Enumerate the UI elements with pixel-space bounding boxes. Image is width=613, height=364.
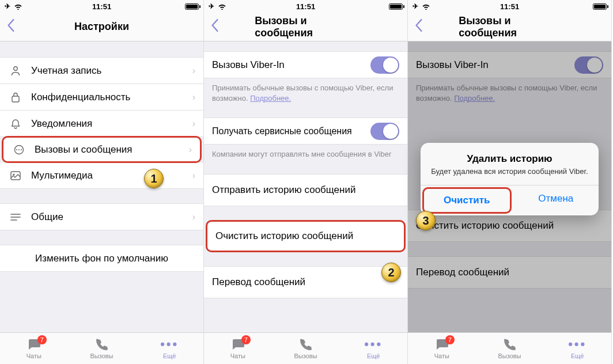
header: Вызовы и сообщения bbox=[204, 13, 407, 41]
row-label: Изменить фон по умолчанию bbox=[35, 253, 168, 264]
row-translate[interactable]: Перевод сообщений bbox=[204, 266, 407, 298]
tab-label: Чаты bbox=[230, 352, 245, 359]
tab-more[interactable]: ••• Ещё bbox=[135, 333, 203, 364]
status-time: 11:51 bbox=[500, 2, 519, 11]
more-icon: ••• bbox=[160, 338, 179, 351]
airplane-icon: ✈︎ bbox=[413, 2, 418, 10]
footnote-viber-in: Принимать обычные вызовы с помощью Viber… bbox=[204, 78, 407, 103]
dialog-title: Удалить историю bbox=[430, 153, 589, 165]
row-label: Уведомления bbox=[31, 118, 192, 130]
more-icon: ••• bbox=[364, 338, 383, 351]
tabbar: 7 Чаты Вызовы ••• Ещё bbox=[408, 332, 611, 364]
step-badge-1: 1 bbox=[144, 169, 164, 188]
row-account[interactable]: Учетная запись › bbox=[0, 57, 203, 84]
row-label: Конфиденциальность bbox=[31, 92, 192, 103]
battery-icon bbox=[389, 3, 403, 10]
row-label: Получать сервисные сообщения bbox=[212, 126, 370, 136]
footnote-service: Компании могут отправлять мне сообщения … bbox=[204, 145, 407, 160]
row-send-history[interactable]: Отправить историю сообщений bbox=[204, 174, 407, 206]
battery-icon bbox=[593, 3, 607, 10]
page-title: Настройки bbox=[74, 21, 129, 33]
phone-calls-messages: ✈︎ 11:51 Вызовы и сообщения Вызовы Viber… bbox=[204, 0, 408, 364]
person-icon bbox=[8, 63, 23, 78]
badge-count: 7 bbox=[241, 335, 251, 344]
page-title: Вызовы и сообщения bbox=[255, 15, 357, 39]
tab-calls[interactable]: Вызовы bbox=[272, 333, 340, 364]
wifi-icon bbox=[14, 3, 22, 10]
header: Вызовы и сообщения bbox=[408, 13, 611, 41]
row-privacy[interactable]: Конфиденциальность › bbox=[0, 84, 203, 111]
learn-more-link[interactable]: Подробнее. bbox=[250, 94, 291, 103]
toggle-service-messages[interactable] bbox=[370, 123, 399, 140]
airplane-icon: ✈︎ bbox=[5, 2, 10, 10]
row-wallpaper[interactable]: Изменить фон по умолчанию bbox=[0, 245, 203, 272]
phone-icon bbox=[504, 338, 516, 351]
phone-icon bbox=[96, 338, 108, 351]
tab-chats[interactable]: 7 Чаты bbox=[0, 333, 68, 364]
battery-icon bbox=[185, 3, 199, 10]
step-badge-2: 2 bbox=[381, 263, 401, 282]
row-calls-messages[interactable]: Вызовы и сообщения › bbox=[2, 136, 202, 163]
airplane-icon: ✈︎ bbox=[209, 2, 214, 10]
tab-calls[interactable]: Вызовы bbox=[68, 333, 136, 364]
page-title: Вызовы и сообщения bbox=[459, 15, 561, 39]
status-bar: ✈︎ 11:51 bbox=[204, 0, 407, 13]
badge-count: 7 bbox=[445, 335, 455, 344]
row-service-messages[interactable]: Получать сервисные сообщения bbox=[204, 117, 407, 145]
row-media[interactable]: Мультимедиа › bbox=[0, 162, 203, 189]
tab-label: Ещё bbox=[571, 352, 584, 359]
lock-icon bbox=[8, 90, 23, 105]
dialog-clear-button[interactable]: Очистить bbox=[422, 187, 512, 214]
row-notifications[interactable]: Уведомления › bbox=[0, 110, 203, 137]
toggle-viber-in[interactable] bbox=[370, 56, 399, 74]
status-time: 11:51 bbox=[296, 2, 315, 11]
wifi-icon bbox=[422, 3, 430, 10]
chevron-right-icon: › bbox=[192, 212, 195, 222]
tab-label: Ещё bbox=[367, 352, 380, 359]
row-viber-in[interactable]: Вызовы Viber-In bbox=[204, 51, 407, 78]
row-label: Очистить историю сообщений bbox=[416, 220, 603, 232]
chevron-right-icon: › bbox=[189, 145, 192, 155]
tab-label: Вызовы bbox=[90, 352, 113, 359]
row-general[interactable]: Общие › bbox=[0, 203, 203, 230]
list-icon bbox=[8, 210, 23, 225]
row-label: Вызовы Viber-In bbox=[416, 59, 574, 71]
more-icon: ••• bbox=[568, 338, 586, 351]
svg-point-4 bbox=[13, 173, 15, 175]
chevron-right-icon: › bbox=[192, 119, 195, 129]
tab-label: Чаты bbox=[434, 352, 449, 359]
row-label: Перевод сообщений bbox=[212, 276, 399, 288]
tab-chats[interactable]: 7 Чаты bbox=[204, 333, 272, 364]
wifi-icon bbox=[218, 3, 226, 10]
image-icon bbox=[8, 168, 23, 183]
phone-settings: ✈︎ 11:51 Настройки Учетная запись › Конф… bbox=[0, 0, 204, 364]
row-clear-history[interactable]: Очистить историю сообщений bbox=[206, 220, 406, 252]
back-arrow-icon[interactable] bbox=[211, 19, 219, 35]
chevron-right-icon: › bbox=[192, 170, 195, 181]
toggle-viber-in bbox=[574, 56, 603, 74]
dialog-cancel-button[interactable]: Отмена bbox=[513, 185, 599, 212]
tabbar: 7 Чаты Вызовы ••• Ещё bbox=[0, 332, 203, 364]
row-label: Отправить историю сообщений bbox=[212, 184, 399, 196]
row-label: Мультимедиа bbox=[31, 170, 192, 181]
row-translate: Перевод сообщений bbox=[408, 256, 611, 289]
back-arrow-icon[interactable] bbox=[415, 19, 423, 35]
step-badge-3: 3 bbox=[416, 211, 436, 230]
phone-dialog: ✈︎ 11:51 Вызовы и сообщения Вызовы Viber… bbox=[408, 0, 612, 364]
learn-more-link: Подробнее. bbox=[454, 94, 495, 103]
status-bar: ✈︎ 11:51 bbox=[0, 0, 203, 13]
row-label: Вызовы Viber-In bbox=[212, 59, 370, 71]
tab-label: Ещё bbox=[163, 352, 176, 359]
back-arrow-icon[interactable] bbox=[7, 19, 15, 35]
header: Настройки bbox=[0, 13, 203, 41]
tab-more[interactable]: ••• Ещё bbox=[339, 333, 407, 364]
badge-count: 7 bbox=[37, 335, 47, 344]
row-label: Общие bbox=[31, 211, 192, 223]
tabbar: 7 Чаты Вызовы ••• Ещё bbox=[204, 332, 407, 364]
bell-icon bbox=[8, 116, 23, 131]
tab-label: Чаты bbox=[27, 352, 41, 359]
tab-label: Вызовы bbox=[294, 352, 317, 359]
row-label: Очистить историю сообщений bbox=[215, 230, 396, 242]
chat-icon bbox=[12, 142, 27, 157]
row-label: Учетная запись bbox=[31, 65, 192, 77]
